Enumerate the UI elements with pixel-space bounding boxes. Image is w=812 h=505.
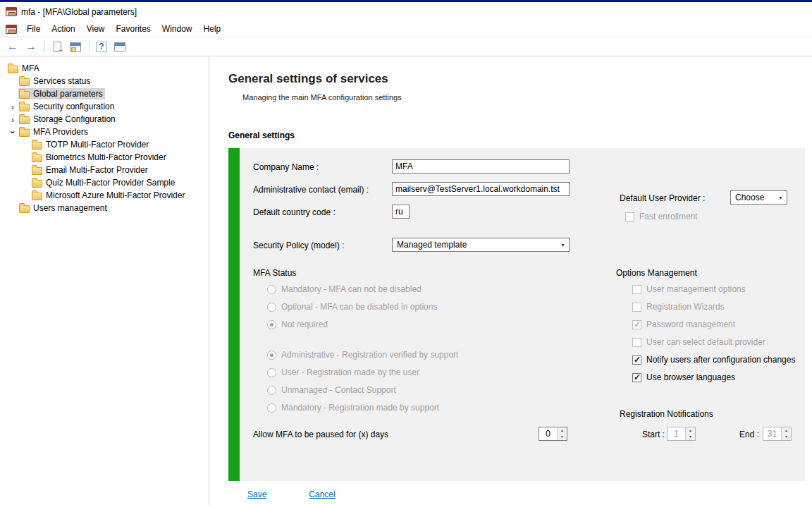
radio-registration-administrative: Administrative - Registration verified b… <box>267 349 458 360</box>
folder-icon <box>32 167 42 175</box>
admin-contact-input[interactable] <box>392 182 570 196</box>
cancel-link[interactable]: Cancel <box>309 489 335 499</box>
console-icon <box>6 25 17 34</box>
tree-item-label: Storage Configuration <box>33 114 116 124</box>
radio-mfa-optional: Optional - MFA can be disabled in option… <box>267 301 437 312</box>
folder-icon <box>19 78 30 86</box>
help-button[interactable]: ? <box>93 39 110 54</box>
tree-item-label: Security configuration <box>33 102 114 111</box>
properties-window-button[interactable] <box>111 39 128 54</box>
tree-item-email-provider[interactable]: Email Multi-Factor Provider <box>0 164 209 176</box>
menu-window[interactable]: Window <box>156 22 198 36</box>
console-tree-icon <box>70 42 81 51</box>
menu-action[interactable]: Action <box>46 22 80 36</box>
checkbox-use-browser-languages[interactable]: Use browser languages <box>632 372 735 383</box>
default-user-provider-label: Default User Provider : <box>620 193 705 203</box>
company-name-input[interactable] <box>392 159 570 174</box>
menu-help[interactable]: Help <box>198 22 227 36</box>
mmc-app-icon <box>6 7 17 16</box>
radio-icon <box>267 386 276 395</box>
checkbox-user-select-default-provider: User can select default provider <box>632 336 765 348</box>
tree-item-users-management[interactable]: Users management <box>0 202 209 214</box>
checkbox-registration-wizards: Registration Wizards <box>632 301 725 312</box>
checkbox-label: Notify users after configuration changes <box>646 355 795 365</box>
radio-mfa-mandatory: Mandatory - MFA can not be disabled <box>267 284 422 295</box>
folder-icon <box>19 205 30 213</box>
spinner-buttons: ▲▼ <box>685 427 695 440</box>
tree-item-global-parameters[interactable]: Global parameters <box>0 87 209 100</box>
spin-down-icon: ▼ <box>558 434 567 440</box>
checkbox-icon <box>632 338 641 347</box>
country-code-input[interactable] <box>392 205 410 219</box>
chevron-down-icon[interactable] <box>8 126 18 138</box>
tree-item-totp-provider[interactable]: TOTP Multi-Factor Provider <box>0 138 209 151</box>
checkbox-notify-users[interactable]: Notify users after configuration changes <box>632 354 795 365</box>
spin-up-icon: ▲ <box>686 427 695 434</box>
pause-days-value: 0 <box>539 427 557 440</box>
forward-button[interactable]: → <box>23 39 39 54</box>
tree-item-label: Global parameters <box>33 89 103 99</box>
save-link[interactable]: Save <box>247 489 266 499</box>
radio-label: Mandatory - MFA can not be disabled <box>281 284 422 294</box>
console-tree-panel: MFA Services status Global parameters Se… <box>0 56 209 505</box>
tree-item-security-configuration[interactable]: Security configuration <box>0 100 209 113</box>
export-list-button[interactable] <box>49 39 66 54</box>
default-user-provider-select[interactable]: Choose ▾ <box>730 190 787 205</box>
spin-down-icon: ▼ <box>782 434 791 440</box>
spin-down-icon: ▼ <box>686 434 695 440</box>
tree-item-services-status[interactable]: Services status <box>0 75 209 87</box>
section-title-general-settings: General settings <box>228 130 295 140</box>
spinner-buttons[interactable]: ▲▼ <box>557 427 567 440</box>
radio-label: User - Registration made by the user <box>281 367 419 377</box>
toolbar: ← → ? <box>0 37 812 56</box>
tree-item-label: Email Multi-Factor Provider <box>46 165 148 175</box>
radio-icon <box>267 303 276 312</box>
tree-item-label: MFA Providers <box>33 127 88 137</box>
radio-mfa-not-required: Not required <box>267 319 328 330</box>
folder-icon <box>19 91 30 99</box>
folder-icon <box>32 154 42 162</box>
chevron-right-icon[interactable] <box>7 102 18 111</box>
folder-icon <box>19 129 30 137</box>
pause-days-spinner[interactable]: 0 ▲▼ <box>539 427 567 441</box>
menu-view[interactable]: View <box>81 22 111 36</box>
tree-item-biometrics-provider[interactable]: Biometrics Multi-Factor Provider <box>0 151 209 164</box>
tree-item-storage-configuration[interactable]: Storage Configuration <box>0 113 209 126</box>
registration-notifications-title: Registration Notifications <box>620 409 713 419</box>
accent-bar <box>228 148 240 481</box>
menu-favorites[interactable]: Favorites <box>111 22 156 36</box>
tree-item-quiz-provider[interactable]: Quiz Multi-Factor Provider Sample <box>0 176 209 189</box>
chevron-right-icon[interactable] <box>7 115 18 124</box>
company-name-label: Company Name : <box>253 162 319 172</box>
end-label: End : <box>739 430 759 439</box>
chevron-down-icon: ▾ <box>775 195 787 201</box>
tree-item-mfa[interactable]: MFA <box>0 62 209 75</box>
checkbox-icon <box>625 212 634 221</box>
menu-file[interactable]: File <box>21 22 46 36</box>
radio-icon <box>267 285 276 294</box>
checkbox-label: User can select default provider <box>646 337 765 347</box>
radio-icon <box>267 320 276 329</box>
tree-item-mfa-providers[interactable]: MFA Providers <box>0 126 209 138</box>
spinner-buttons: ▲▼ <box>781 427 791 440</box>
main-panel: General settings of services Managing th… <box>209 56 812 505</box>
folder-icon <box>32 193 42 200</box>
checkbox-label: Use browser languages <box>646 372 735 382</box>
checkbox-icon <box>632 303 641 312</box>
properties-window-icon <box>114 42 125 51</box>
security-policy-value: Managed template <box>393 240 557 250</box>
tree-item-azure-provider[interactable]: Microsoft Azure Multi-Factor Provider <box>0 189 209 202</box>
folder-icon <box>8 66 18 73</box>
fast-enrollment-label: Fast enrollment <box>639 212 698 221</box>
start-label: Start : <box>642 430 665 439</box>
radio-label: Optional - MFA can be disabled in option… <box>281 302 437 312</box>
show-console-tree-button[interactable] <box>67 39 84 54</box>
checkbox-label: Password management <box>646 320 735 329</box>
back-button[interactable]: ← <box>4 39 21 54</box>
start-day-spinner: 1 ▲▼ <box>667 427 696 441</box>
country-code-label: Default country code : <box>253 207 336 217</box>
security-policy-select[interactable]: Managed template ▾ <box>392 238 570 252</box>
forward-arrow-icon: → <box>25 41 37 52</box>
checkbox-icon <box>632 355 641 365</box>
checkbox-label: User management options <box>646 284 746 294</box>
